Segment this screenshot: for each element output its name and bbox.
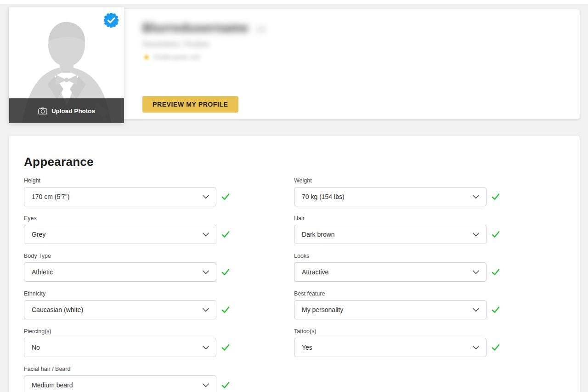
chevron-down-icon	[203, 346, 209, 350]
field-label: Best feature	[294, 290, 500, 297]
form-field-body-type: Body Type Athletic	[24, 253, 230, 282]
appearance-form: Height 170 cm (5'7") Weight 70 kg (154 l…	[24, 177, 565, 392]
form-field-ethnicity: Ethnicity Caucasian (white)	[24, 290, 230, 319]
field-select-value: Medium beard	[32, 381, 73, 389]
blurred-age-text: , 29	[253, 26, 265, 34]
chevron-down-icon	[473, 233, 479, 237]
field-select-value: 170 cm (5'7")	[32, 193, 69, 200]
upload-photos-label: Upload Photos	[51, 108, 95, 114]
form-field-looks: Looks Attractive	[294, 253, 500, 282]
field-row: Grey	[24, 225, 230, 244]
green-check-icon	[221, 343, 230, 352]
chevron-down-icon	[473, 346, 479, 350]
green-check-icon	[221, 268, 230, 276]
chevron-down-icon	[203, 308, 209, 312]
select-best-feature[interactable]: My personality	[294, 300, 486, 319]
field-select-value: Yes	[302, 344, 312, 351]
green-check-icon	[492, 230, 500, 239]
chevron-down-icon	[203, 195, 209, 199]
field-label: Weight	[294, 177, 500, 184]
select-piercing-s[interactable]: No	[24, 338, 216, 357]
field-select-value: No	[32, 344, 40, 351]
chevron-down-icon	[473, 195, 479, 199]
form-field-height: Height 170 cm (5'7")	[24, 177, 230, 206]
field-row: My personality	[294, 300, 500, 319]
field-select-value: Athletic	[32, 268, 53, 276]
camera-icon	[38, 107, 47, 115]
field-label: Hair	[294, 215, 500, 222]
field-row: Yes	[294, 338, 500, 357]
field-row: Caucasian (white)	[24, 300, 230, 319]
field-select-value: Grey	[32, 231, 45, 238]
appearance-card: Appearance Height 170 cm (5'7") Weight 7…	[9, 136, 580, 392]
chevron-down-icon	[203, 233, 209, 237]
select-facial-hair-beard[interactable]: Medium beard	[24, 375, 216, 392]
green-check-icon	[221, 230, 230, 239]
field-label: Looks	[294, 253, 500, 259]
field-label: Ethnicity	[24, 290, 230, 297]
field-label: Eyes	[24, 215, 230, 222]
field-row: Medium beard	[24, 375, 230, 392]
field-label: Piercing(s)	[24, 328, 230, 335]
field-row: No	[24, 338, 230, 357]
form-field-tattoo-s: Tattoo(s) Yes	[294, 328, 500, 357]
chevron-down-icon	[203, 383, 209, 387]
field-select-value: 70 kg (154 lbs)	[302, 193, 345, 200]
section-title: Appearance	[24, 155, 565, 169]
profile-points-row: ★ Profile points 120	[142, 52, 571, 62]
green-check-icon	[492, 193, 500, 201]
form-field-facial-hair-beard: Facial hair / Beard Medium beard	[24, 366, 230, 392]
select-height[interactable]: 170 cm (5'7")	[24, 187, 216, 206]
green-check-icon	[492, 306, 500, 314]
field-label: Tattoo(s)	[294, 328, 500, 335]
green-check-icon	[221, 306, 230, 314]
select-eyes[interactable]: Grey	[24, 225, 216, 244]
select-hair[interactable]: Dark brown	[294, 225, 486, 244]
field-select-value: Attractive	[302, 268, 328, 276]
profile-header-content: Blurredusername , 29 Somewhere / Positio…	[133, 9, 580, 119]
field-row: Attractive	[294, 262, 500, 282]
field-select-value: Caucasian (white)	[32, 306, 83, 313]
chevron-down-icon	[473, 308, 479, 312]
select-body-type[interactable]: Athletic	[24, 262, 216, 282]
verified-badge-icon	[104, 13, 119, 28]
select-ethnicity[interactable]: Caucasian (white)	[24, 300, 216, 319]
page-top-strip	[0, 0, 588, 4]
select-weight[interactable]: 70 kg (154 lbs)	[294, 187, 486, 206]
select-tattoo-s[interactable]: Yes	[294, 338, 486, 357]
blurred-username-text: Blurredusername	[142, 21, 249, 35]
star-icon: ★	[142, 52, 151, 62]
form-field-best-feature: Best feature My personality	[294, 290, 500, 319]
field-row: 170 cm (5'7")	[24, 187, 230, 206]
form-field-eyes: Eyes Grey	[24, 215, 230, 244]
field-row: 70 kg (154 lbs)	[294, 187, 500, 206]
form-field-weight: Weight 70 kg (154 lbs)	[294, 177, 500, 206]
blurred-profile-name: Blurredusername , 29	[142, 21, 571, 35]
chevron-down-icon	[203, 270, 209, 274]
field-select-value: My personality	[302, 306, 343, 313]
form-field-hair: Hair Dark brown	[294, 215, 500, 244]
preview-my-profile-button[interactable]: PREVIEW MY PROFILE	[142, 96, 238, 113]
field-label: Facial hair / Beard	[24, 366, 230, 372]
green-check-icon	[221, 193, 230, 201]
blurred-points-text: Profile points 120	[154, 54, 200, 61]
chevron-down-icon	[473, 270, 479, 274]
green-check-icon	[492, 343, 500, 352]
blurred-profile-subtitle: Somewhere / Position	[142, 40, 571, 48]
form-field-piercing-s: Piercing(s) No	[24, 328, 230, 357]
upload-photos-button[interactable]: Upload Photos	[9, 98, 124, 123]
profile-photo-card[interactable]: Upload Photos	[9, 7, 124, 123]
green-check-icon	[492, 268, 500, 276]
field-label: Body Type	[24, 253, 230, 259]
green-check-icon	[221, 381, 230, 389]
select-looks[interactable]: Attractive	[294, 262, 486, 282]
field-label: Height	[24, 177, 230, 184]
field-row: Dark brown	[294, 225, 500, 244]
field-row: Athletic	[24, 262, 230, 282]
field-select-value: Dark brown	[302, 231, 335, 238]
